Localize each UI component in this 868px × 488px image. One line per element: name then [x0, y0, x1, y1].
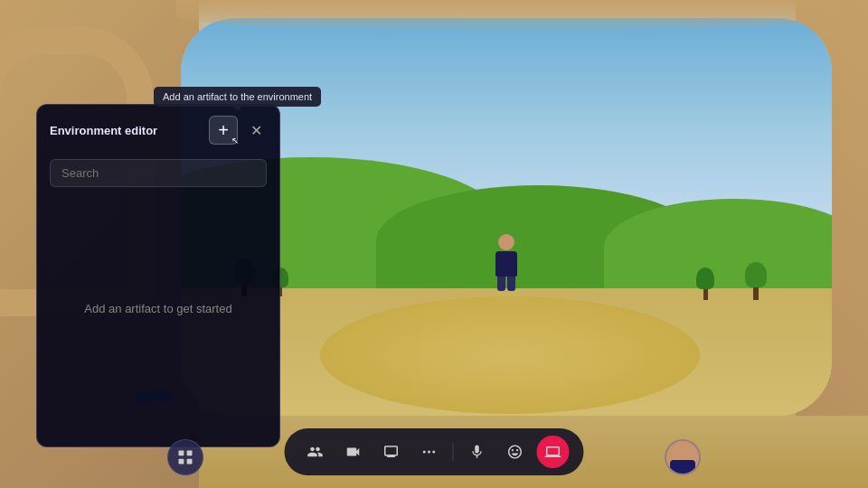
panel-title: Environment editor	[50, 124, 157, 137]
people-icon	[307, 444, 324, 460]
emoji-button[interactable]	[499, 436, 532, 468]
right-toolbar	[665, 439, 701, 475]
svg-rect-3	[187, 459, 193, 465]
hill3	[604, 199, 832, 296]
tree	[696, 267, 714, 300]
svg-point-6	[432, 451, 435, 454]
toolbar-separator	[453, 443, 454, 461]
add-artifact-button[interactable]: + ↖	[209, 116, 238, 145]
avatar-head-icon	[674, 440, 692, 458]
people-button[interactable]	[299, 436, 332, 468]
share-screen-button[interactable]	[537, 436, 570, 468]
svg-rect-1	[187, 451, 193, 456]
svg-rect-2	[179, 459, 184, 465]
monitor-icon	[383, 444, 400, 460]
header-actions: + ↖ ✕	[209, 116, 267, 145]
plus-icon: +	[218, 121, 229, 139]
svg-point-5	[428, 451, 430, 454]
camera-icon	[345, 444, 362, 460]
monitor-button[interactable]	[375, 436, 408, 468]
panel-header: Environment editor + ↖ ✕	[37, 105, 279, 154]
camera-button[interactable]	[337, 436, 370, 468]
empty-state-text: Add an artifact to get started	[84, 302, 231, 315]
emoji-icon	[507, 444, 524, 460]
more-icon	[421, 444, 438, 460]
search-container	[37, 154, 279, 196]
share-icon	[545, 444, 561, 460]
more-button[interactable]	[413, 436, 446, 468]
avatar-button[interactable]	[665, 439, 701, 475]
cursor-icon: ↖	[231, 136, 239, 145]
main-toolbar	[285, 428, 584, 475]
svg-rect-0	[179, 451, 184, 456]
close-icon: ✕	[250, 122, 262, 139]
microphone-icon	[469, 444, 486, 460]
scene-avatar	[493, 234, 520, 288]
tree	[745, 262, 767, 300]
environment-editor-panel: Environment editor + ↖ ✕ Add an artifact…	[36, 104, 280, 447]
left-toolbar	[167, 439, 203, 475]
circular-platform	[320, 296, 700, 414]
avatar-body-icon	[670, 460, 695, 474]
close-panel-button[interactable]: ✕	[245, 119, 267, 141]
apps-button[interactable]	[167, 439, 203, 475]
panel-empty-state: Add an artifact to get started	[37, 196, 279, 420]
svg-point-4	[423, 451, 426, 454]
search-input[interactable]	[50, 159, 267, 187]
grid-icon	[176, 448, 194, 466]
microphone-button[interactable]	[461, 436, 494, 468]
